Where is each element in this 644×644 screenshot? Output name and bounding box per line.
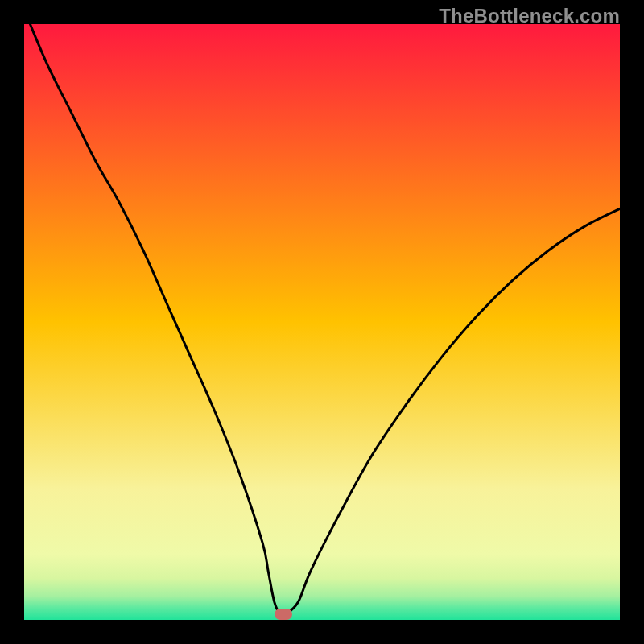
plot-background-gradient — [24, 24, 620, 620]
chart-frame: TheBottleneck.com — [0, 0, 644, 644]
optimum-marker — [275, 609, 292, 620]
svg-rect-0 — [24, 24, 620, 620]
plot-area — [24, 24, 620, 620]
